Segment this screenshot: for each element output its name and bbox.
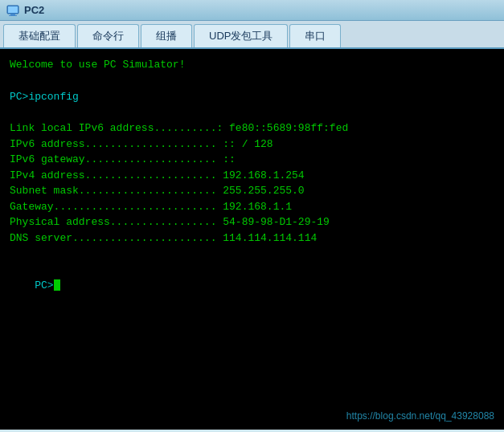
window-title: PC2 bbox=[24, 4, 44, 16]
prompt-text: PC> bbox=[35, 279, 53, 291]
output-dns-server: DNS server....................... 114.11… bbox=[10, 230, 494, 247]
watermark: https://blog.csdn.net/qq_43928088 bbox=[346, 410, 494, 422]
empty-line-2 bbox=[10, 104, 494, 120]
command-ipconfig: PC>ipconfig bbox=[10, 89, 494, 105]
output-ipv6-gw: IPv6 gateway..................... :: bbox=[10, 152, 494, 168]
tab-bar: 基础配置 命令行 组播 UDP发包工具 串口 bbox=[0, 21, 504, 49]
output-ipv4-addr: IPv4 address..................... 192.16… bbox=[10, 168, 494, 184]
output-ipv6-addr: IPv6 address..................... :: / 1… bbox=[10, 137, 494, 153]
output-subnet-mask: Subnet mask...................... 255.25… bbox=[10, 183, 494, 199]
output-gateway: Gateway.......................... 192.16… bbox=[10, 199, 494, 215]
cursor bbox=[54, 279, 60, 291]
prompt-line: PC> bbox=[10, 262, 494, 309]
tab-udp-tool[interactable]: UDP发包工具 bbox=[194, 24, 288, 47]
empty-line-3 bbox=[10, 246, 494, 262]
title-bar: PC2 bbox=[0, 0, 504, 21]
tab-command-line[interactable]: 命令行 bbox=[77, 24, 139, 47]
terminal-area[interactable]: Welcome to use PC Simulator! PC>ipconfig… bbox=[0, 49, 504, 430]
svg-rect-2 bbox=[9, 15, 17, 16]
empty-line-1 bbox=[10, 73, 494, 89]
welcome-message: Welcome to use PC Simulator! bbox=[10, 57, 494, 73]
pc-icon bbox=[6, 4, 19, 17]
tab-basic-config[interactable]: 基础配置 bbox=[3, 24, 76, 47]
output-physical-addr: Physical address................. 54-89-… bbox=[10, 214, 494, 230]
tab-multicast[interactable]: 组播 bbox=[141, 24, 192, 47]
output-ipv6-link: Link local IPv6 address..........: fe80:… bbox=[10, 120, 494, 137]
svg-rect-3 bbox=[8, 6, 18, 13]
tab-serial-port[interactable]: 串口 bbox=[289, 24, 341, 47]
svg-rect-1 bbox=[10, 14, 15, 15]
